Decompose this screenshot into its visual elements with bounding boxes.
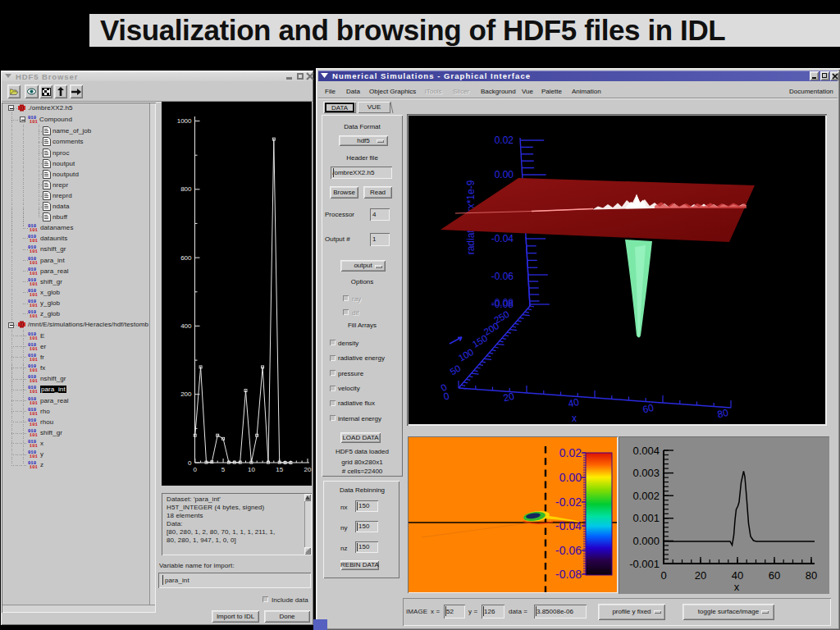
svg-text:0.00: 0.00 — [559, 471, 582, 484]
svg-text:50: 50 — [448, 363, 462, 377]
svg-text:101: 101 — [30, 389, 38, 394]
svg-text:101: 101 — [30, 238, 38, 243]
svg-text:80: 80 — [806, 569, 817, 582]
svg-text:101: 101 — [30, 411, 38, 416]
svg-text:250: 250 — [492, 309, 511, 326]
svg-text:10: 10 — [248, 466, 255, 473]
svg-text:-0.06: -0.06 — [491, 271, 514, 282]
svg-text:0: 0 — [660, 569, 666, 582]
svg-text:0.002: 0.002 — [632, 490, 660, 502]
svg-text:400: 400 — [180, 322, 192, 330]
svg-text:101: 101 — [30, 454, 38, 459]
svg-text:100: 100 — [457, 347, 476, 363]
svg-text:-0.02: -0.02 — [555, 495, 582, 509]
svg-text:80: 80 — [716, 407, 729, 421]
svg-text:101: 101 — [30, 432, 38, 437]
svg-text:0.001: 0.001 — [632, 512, 660, 524]
svg-text:101: 101 — [30, 260, 38, 265]
svg-text:101: 101 — [30, 378, 38, 383]
svg-text:200: 200 — [180, 390, 192, 398]
svg-text:-0.08: -0.08 — [491, 297, 514, 308]
svg-text:101: 101 — [30, 346, 38, 351]
svg-text:0.004: 0.004 — [632, 445, 660, 457]
svg-text:101: 101 — [30, 368, 38, 372]
svg-text:40: 40 — [732, 569, 743, 582]
svg-text:101: 101 — [30, 464, 38, 469]
svg-text:0: 0 — [194, 466, 198, 473]
svg-text:101: 101 — [30, 357, 38, 362]
svg-text:101: 101 — [30, 227, 38, 232]
svg-text:60: 60 — [769, 569, 780, 582]
svg-text:600: 600 — [180, 254, 192, 262]
svg-text:40: 40 — [567, 396, 580, 410]
svg-text:0.003: 0.003 — [632, 467, 660, 479]
svg-text:60: 60 — [641, 402, 655, 416]
svg-text:800: 800 — [180, 185, 192, 193]
svg-text:15: 15 — [276, 466, 283, 473]
svg-text:101: 101 — [30, 313, 38, 318]
svg-text:101: 101 — [30, 119, 38, 124]
svg-text:101: 101 — [30, 443, 38, 448]
svg-text:-0.06: -0.06 — [555, 544, 582, 557]
svg-text:101: 101 — [30, 292, 38, 297]
svg-text:0.02: 0.02 — [495, 135, 514, 146]
svg-text:101: 101 — [30, 422, 38, 427]
svg-text:0: 0 — [188, 459, 192, 467]
svg-text:-0.04: -0.04 — [491, 233, 514, 244]
svg-text:101: 101 — [30, 400, 38, 405]
svg-text:x: x — [734, 581, 740, 593]
svg-text:101: 101 — [30, 336, 38, 340]
svg-text:0.00: 0.00 — [495, 169, 514, 180]
svg-text:101: 101 — [30, 303, 38, 308]
svg-text:0.02: 0.02 — [559, 446, 582, 459]
svg-text:x: x — [572, 413, 577, 424]
svg-text:20: 20 — [304, 466, 312, 473]
svg-text:0: 0 — [442, 390, 450, 402]
svg-text:-0.08: -0.08 — [555, 568, 582, 581]
svg-text:5: 5 — [221, 466, 226, 473]
svg-text:0.000: 0.000 — [632, 535, 660, 547]
svg-text:101: 101 — [30, 271, 38, 276]
svg-text:20: 20 — [695, 569, 706, 582]
svg-text:1000: 1000 — [177, 117, 192, 125]
svg-text:101: 101 — [30, 281, 38, 286]
svg-text:101: 101 — [30, 249, 38, 253]
svg-text:-0.04: -0.04 — [555, 519, 582, 532]
svg-text:-0.001: -0.001 — [629, 558, 660, 570]
